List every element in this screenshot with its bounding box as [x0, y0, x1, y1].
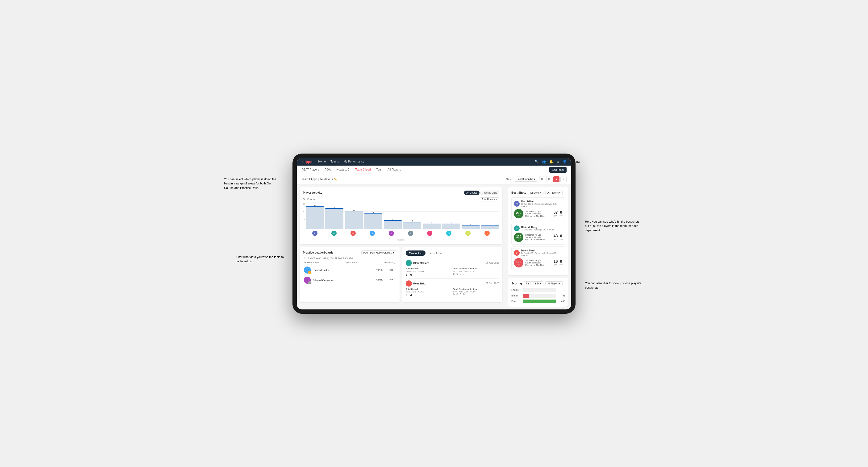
shot-stat-label-1: yds — [554, 215, 557, 217]
heart-view-button[interactable]: ♥ — [553, 176, 559, 182]
shot-dist: Shot Dist: 43 yds — [525, 234, 552, 236]
bar-rect[interactable] — [462, 225, 480, 229]
least-active-tab[interactable]: Least Active — [426, 250, 446, 256]
shot-stat-1: 43 yds — [554, 234, 558, 240]
player-activity-title: Player Activity — [303, 191, 322, 194]
bar-top-line — [345, 212, 363, 212]
grid-line — [306, 229, 499, 229]
active-practice-section: Total Practice Activities GTTAPPARGPUTT … — [453, 268, 499, 276]
bar-rect[interactable] — [364, 214, 382, 229]
practice-drills-toggle[interactable]: Practice Drills — [480, 191, 499, 195]
tab-hcaps[interactable]: Hcaps 1-5 — [336, 165, 349, 174]
shot-badge-number: 200 — [516, 211, 521, 214]
scoring-row-label: Birdies — [512, 294, 521, 297]
bar-rect[interactable] — [403, 222, 421, 229]
active-player-header: Blair McHarg 26 Aug 2023 — [406, 260, 499, 266]
chart-dropdown[interactable]: Total Rounds ▾ — [480, 197, 499, 201]
bar-top-line — [384, 220, 402, 221]
scoring-par-dropdown[interactable]: Par 3, 4 & 5s ▾ — [524, 281, 544, 286]
active-practice-num: 4 — [410, 293, 412, 297]
bar-col-3: 9 — [364, 203, 382, 229]
bar-col-7: 3 — [442, 203, 460, 229]
bar-value-label: 4 — [412, 220, 413, 222]
shot-info-text: Shot Dist: 16 yds Start Lie: Rough End L… — [525, 259, 552, 266]
most-active-card: Most Active Least Active Blair McHarg 26… — [402, 247, 502, 302]
scoring-row-1: Birdies 96 — [512, 294, 565, 298]
tab-all-players[interactable]: All Players — [388, 165, 401, 174]
active-player-name: Blair McHarg — [413, 261, 485, 264]
scoring-bar-fill — [523, 288, 523, 292]
settings-view-button[interactable]: ≡ — [560, 176, 566, 182]
scoring-bar-fill — [523, 300, 556, 303]
shot-stat-label-2: yds — [560, 215, 563, 217]
chevron-right-icon[interactable]: › — [561, 202, 563, 206]
bar-top-line — [325, 208, 343, 209]
chevron-right-icon[interactable]: › — [561, 251, 563, 255]
tab-pga[interactable]: PGA — [325, 165, 331, 174]
bar-value-label: 2 — [470, 224, 471, 225]
scoring-players-dropdown[interactable]: All Players ▾ — [545, 281, 563, 286]
plus-circle-icon[interactable]: ⊕ — [556, 160, 559, 163]
bar-rect[interactable] — [442, 224, 460, 229]
shot-player-name: Matt Miller — [521, 200, 560, 203]
bar-value-label: 2 — [490, 224, 491, 225]
people-icon[interactable]: 👥 — [542, 160, 546, 163]
lb-pb-avg: 110 — [386, 269, 395, 272]
scoring-bar-fill — [523, 294, 529, 298]
all-shots-dropdown[interactable]: All Shots ▾ — [528, 191, 544, 195]
edit-icon[interactable]: ✏️ — [334, 178, 337, 181]
shot-stat-2: 0 yds — [560, 234, 563, 240]
nav-link-teams[interactable]: Teams — [331, 160, 339, 163]
shot-badge: 200 SG — [514, 232, 523, 242]
shot-player-detail: 23 Jul 2023 · Ashridge GC, Hole 15 — [521, 228, 560, 231]
lb-pb-avg: 107 — [386, 279, 395, 282]
nav-link-performance[interactable]: My Performance — [344, 160, 365, 163]
shot-player-name: David Ford — [521, 249, 560, 252]
bar-rect[interactable] — [384, 220, 402, 229]
shot-stat-1: 16 yds — [554, 259, 558, 266]
team-header: Team Clippd | 14 Players ✏️ Show: Last 3… — [297, 174, 571, 184]
bar-value-label: 5 — [392, 218, 393, 220]
most-active-tab[interactable]: Most Active — [406, 250, 426, 256]
shot-stat-number-2: 0 — [560, 259, 562, 264]
shot-badge-number: 200 — [516, 235, 521, 238]
search-icon[interactable]: 🔍 — [534, 160, 538, 163]
x-axis-label: Players — [303, 239, 499, 241]
grid-view-button[interactable]: ⊞ — [539, 176, 545, 182]
active-tournament-num: 7 — [406, 273, 407, 276]
shot-player-row: B Blair McHarg 23 Jul 2023 · Ashridge GC… — [514, 225, 563, 231]
annotation-filter: Filter what data you wish the table to b… — [236, 255, 288, 264]
chevron-right-icon[interactable]: › — [561, 226, 563, 230]
active-player-header: Rees Britt 02 Sep 2023 — [406, 280, 499, 286]
nav-link-home[interactable]: Home — [318, 160, 326, 163]
bar-rect[interactable] — [306, 206, 324, 229]
active-stats-grid: Total Rounds TournamentPractice 8 4 Tota… — [406, 288, 499, 297]
right-panel: Best Shots All Shots ▾ All Players ▾ M M… — [505, 184, 571, 309]
time-filter-dropdown[interactable]: Last 3 months ▾ — [515, 177, 537, 182]
bar-rect[interactable] — [345, 212, 363, 229]
leaderboard-dropdown[interactable]: PUTT Must Make Putting ... ▾ — [361, 250, 396, 255]
bar-top-line — [481, 225, 499, 226]
bar-rect[interactable] — [481, 225, 499, 229]
bell-icon[interactable]: 🔔 — [549, 160, 553, 163]
bar-rect[interactable] — [423, 224, 441, 229]
grid-alt-view-button[interactable]: ⊟ — [546, 176, 552, 182]
active-gtt: 0 — [453, 272, 455, 275]
user-circle-icon[interactable]: 👤 — [563, 160, 566, 163]
add-team-button[interactable]: Add Team — [549, 167, 566, 173]
scoring-row-2: Pars 499 — [512, 300, 565, 303]
shot-player-info: Blair McHarg 23 Jul 2023 · Ashridge GC, … — [521, 226, 560, 231]
on-course-toggle[interactable]: On Course — [464, 191, 479, 195]
active-putt: 0 — [463, 293, 464, 296]
bar-rect[interactable] — [325, 208, 343, 229]
shot-badge: 200 SG — [514, 209, 523, 218]
active-practice-sub-nums: 0 0 0 0 — [453, 293, 499, 296]
all-players-dropdown[interactable]: All Players ▾ — [545, 191, 563, 195]
shot-stat-label-2: yds — [560, 264, 563, 266]
tab-pgat-players[interactable]: PGAT Players — [302, 165, 319, 174]
leaderboard-header: Practice Leaderboards PUTT Must Make Put… — [303, 250, 396, 255]
chart-section-header: On Course Total Rounds ▾ — [303, 197, 499, 201]
tab-team-clippd[interactable]: Team Clippd — [355, 165, 371, 174]
player-avatar-6: R — [427, 231, 432, 236]
tab-tour[interactable]: Tour — [376, 165, 382, 174]
